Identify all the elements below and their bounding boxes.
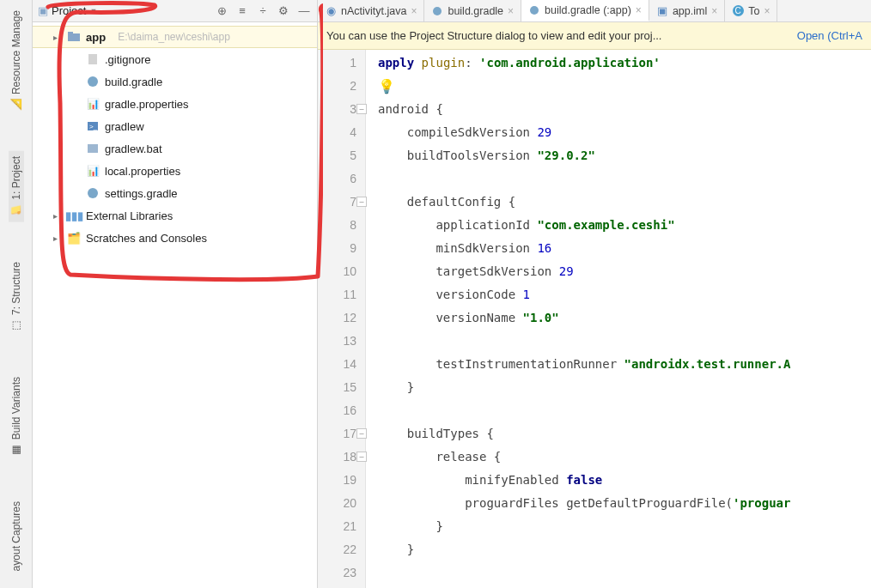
editor-tab[interactable]: ◉nActivityt.java× [318, 0, 424, 21]
svg-rect-0 [68, 33, 80, 41]
code-line[interactable]: apply plugin: 'com.android.application' [378, 52, 871, 75]
line-number: 21 [318, 515, 365, 538]
tree-node[interactable]: .gitignore [33, 48, 317, 70]
editor-tab[interactable]: build.gradle (:app)× [521, 0, 649, 21]
tab-label: build.gradle (:app) [545, 4, 631, 16]
build-variants-icon: ▦ [10, 445, 22, 457]
hide-panel-icon[interactable]: — [296, 3, 312, 19]
line-number: 18– [318, 446, 365, 469]
code-editor[interactable]: 123–4567–891011121314151617–18–192021222… [318, 50, 871, 588]
toolwin-project[interactable]: 📁 1: Project [9, 151, 24, 222]
close-icon[interactable]: × [764, 5, 770, 17]
code-line[interactable]: versionName "1.0" [378, 306, 871, 330]
toolwin-label: Build Variants [10, 377, 22, 439]
editor-tab[interactable]: ▣app.iml× [649, 0, 725, 21]
toolwin-layout-captures[interactable]: ayout Captures [9, 496, 24, 576]
tree-node[interactable]: 📊local.properties [33, 160, 317, 182]
expand-all-icon[interactable]: ≡ [234, 3, 250, 19]
code-line[interactable]: defaultConfig { [378, 191, 871, 214]
toolwin-build-variants[interactable]: ▦ Build Variants [9, 372, 24, 462]
settings-gear-icon[interactable]: ⚙ [276, 3, 291, 19]
code-line[interactable]: release { [378, 446, 871, 469]
code-line[interactable]: } [378, 376, 871, 399]
fold-toggle-icon[interactable]: – [356, 428, 367, 439]
chevron-right-icon[interactable]: ▸ [53, 33, 62, 42]
editor-tab[interactable]: build.gradle× [424, 0, 521, 21]
tree-label: settings.gradle [105, 187, 178, 200]
fold-toggle-icon[interactable]: – [356, 452, 367, 462]
code-line[interactable]: compileSdkVersion 29 [378, 121, 871, 144]
tree-hint: E:\daima_new\ceshi\app [118, 31, 230, 43]
tree-label: Scratches and Consoles [86, 232, 207, 245]
resource-manager-icon: 📐 [10, 100, 22, 112]
code-line[interactable]: targetSdkVersion 29 [378, 260, 871, 283]
project-tree: ▸ app E:\daima_new\ceshi\app .gitignoreb… [33, 22, 317, 252]
tree-node[interactable]: settings.gradle [33, 182, 317, 204]
toolwin-structure[interactable]: ⬚ 7: Structure [9, 257, 24, 337]
svg-rect-2 [88, 54, 97, 64]
collapse-all-icon[interactable]: ÷ [255, 3, 271, 19]
close-icon[interactable]: × [508, 5, 514, 17]
code-line[interactable]: buildTypes { [378, 422, 871, 446]
chevron-right-icon[interactable]: ▸ [53, 211, 62, 221]
code-line[interactable]: applicationId "com.example.ceshi" [378, 214, 871, 237]
line-number: 22 [318, 538, 365, 561]
code-line[interactable]: versionCode 1 [378, 283, 871, 306]
code-line[interactable]: minSdkVersion 16 [378, 237, 871, 260]
editor-notification-banner: You can use the Project Structure dialog… [318, 22, 871, 50]
code-line[interactable]: } [378, 538, 871, 561]
tree-node[interactable]: build.gradle [33, 70, 317, 93]
fold-toggle-icon[interactable]: – [356, 104, 367, 114]
code-line[interactable]: testInstrumentationRunner "androidx.test… [378, 353, 871, 376]
file-type-icon: ◉ [325, 5, 337, 17]
tree-node[interactable]: 📊gradle.properties [33, 93, 317, 115]
banner-open-action[interactable]: Open (Ctrl+A [797, 29, 862, 42]
code-content[interactable]: apply plugin: 'com.android.application'💡… [366, 50, 871, 588]
line-number: 7– [318, 191, 365, 214]
code-line[interactable]: android { [378, 98, 871, 121]
line-number: 16 [318, 399, 365, 422]
tree-node[interactable]: ▸▮▮▮External Libraries [33, 204, 317, 227]
tree-node-app[interactable]: ▸ app E:\daima_new\ceshi\app [33, 26, 317, 48]
toolwin-resource-manager[interactable]: 📐 Resource Manage [9, 5, 24, 117]
tree-node[interactable]: ▸🗂️Scratches and Consoles [33, 227, 317, 249]
code-line[interactable]: buildToolsVersion "29.0.2" [378, 144, 871, 167]
code-line[interactable] [378, 561, 871, 585]
line-gutter: 123–4567–891011121314151617–18–192021222… [318, 50, 366, 588]
file-icon: 🗂️ [67, 231, 81, 245]
tree-label: build.gradle [105, 76, 162, 88]
intention-bulb-icon[interactable]: 💡 [378, 78, 395, 94]
close-icon[interactable]: × [711, 5, 717, 17]
tab-label: app.iml [673, 5, 707, 17]
tree-node[interactable]: gradlew.bat [33, 137, 317, 160]
banner-message: You can use the Project Structure dialog… [326, 29, 789, 42]
chevron-right-icon[interactable]: ▸ [53, 233, 62, 243]
line-number: 2 [318, 75, 365, 98]
folder-icon: 📁 [10, 205, 22, 217]
project-mode-label: Project [52, 4, 86, 17]
project-view-mode-dropdown[interactable]: ▣ Project ▼ [38, 4, 97, 17]
line-number: 20 [318, 492, 365, 515]
file-icon [86, 142, 100, 155]
close-icon[interactable]: × [411, 5, 417, 17]
app-root: 📐 Resource Manage 📁 1: Project ⬚ 7: Stru… [0, 0, 871, 588]
code-line[interactable] [378, 399, 871, 422]
line-number: 14 [318, 353, 365, 376]
locate-icon[interactable]: ⊕ [214, 3, 229, 19]
tree-node[interactable]: >_gradlew [33, 115, 317, 137]
code-line[interactable]: } [378, 515, 871, 538]
editor-tab[interactable]: CTo× [725, 0, 777, 21]
tab-label: nActivityt.java [341, 5, 406, 17]
code-line[interactable]: 💡 [378, 75, 871, 98]
code-line[interactable] [378, 330, 871, 353]
line-number: 10 [318, 260, 365, 283]
tree-label: .gitignore [105, 53, 150, 66]
svg-rect-1 [68, 32, 73, 34]
code-line[interactable]: proguardFiles getDefaultProguardFile('pr… [378, 492, 871, 515]
file-type-icon: ▣ [656, 5, 668, 17]
close-icon[interactable]: × [636, 4, 642, 16]
code-line[interactable] [378, 167, 871, 191]
editor-tabbar: ◉nActivityt.java×build.gradle×build.grad… [318, 0, 871, 22]
fold-toggle-icon[interactable]: – [356, 197, 367, 207]
code-line[interactable]: minifyEnabled false [378, 469, 871, 492]
